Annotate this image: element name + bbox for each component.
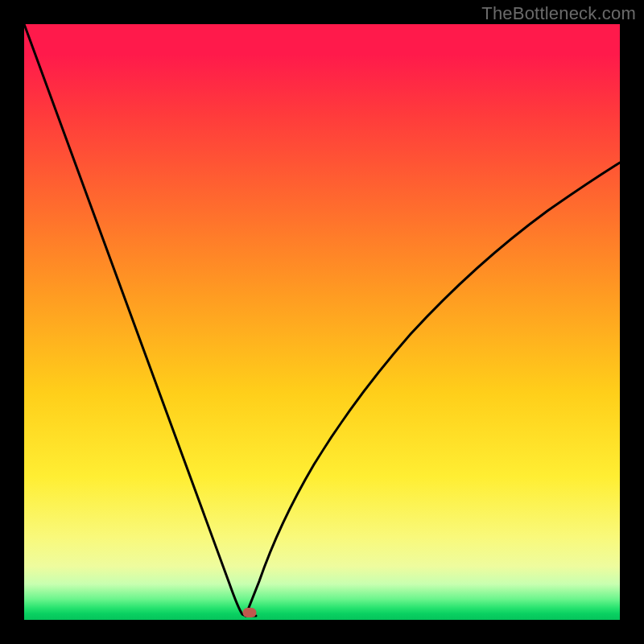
- curve-left-branch: [24, 24, 256, 616]
- plot-area: [24, 24, 620, 620]
- optimal-point-marker: [243, 608, 257, 617]
- bottleneck-curve: [24, 24, 620, 620]
- curve-right-branch: [246, 163, 620, 616]
- watermark-text: TheBottleneck.com: [481, 3, 636, 24]
- chart-frame: TheBottleneck.com: [0, 0, 644, 644]
